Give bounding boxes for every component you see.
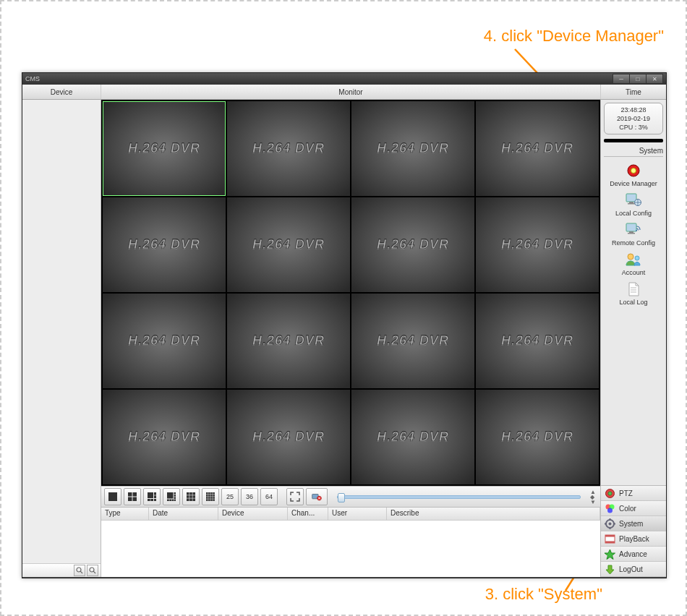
tab-color[interactable]: Color — [601, 501, 666, 516]
svg-rect-22 — [169, 500, 171, 502]
header-time: Time — [601, 85, 666, 99]
svg-rect-34 — [206, 492, 208, 495]
account-button[interactable]: Account — [601, 249, 666, 278]
svg-rect-11 — [148, 492, 153, 498]
fullscreen-button[interactable] — [286, 488, 304, 505]
layout-16-button[interactable] — [202, 488, 219, 505]
annotation-system: 3. click "System" — [485, 585, 602, 604]
tab-logout[interactable]: LogOut — [601, 562, 666, 577]
tab-advance[interactable]: Advance — [601, 547, 666, 562]
search-prev-button[interactable] — [74, 565, 85, 576]
video-channel-15[interactable]: H.264 DVR — [351, 390, 474, 484]
svg-rect-33 — [192, 498, 195, 501]
header-monitor: Monitor — [101, 85, 601, 99]
tab-playback[interactable]: PlayBack — [601, 531, 666, 547]
video-channel-2[interactable]: H.264 DVR — [227, 101, 350, 196]
svg-rect-26 — [189, 492, 192, 495]
search-next-button[interactable] — [87, 565, 98, 576]
log-col-date[interactable]: Date — [149, 508, 218, 520]
svg-rect-35 — [208, 492, 210, 495]
layout-1-button[interactable] — [104, 488, 121, 505]
svg-rect-39 — [208, 495, 210, 497]
svg-point-2 — [77, 568, 81, 572]
svg-line-3 — [80, 571, 82, 573]
video-channel-5[interactable]: H.264 DVR — [103, 197, 226, 292]
svg-rect-12 — [154, 492, 156, 495]
svg-rect-79 — [605, 535, 615, 537]
layout-36-button[interactable]: 36 — [241, 488, 258, 505]
log-col-type[interactable]: Type — [101, 508, 149, 520]
window-title: CMS — [25, 75, 40, 82]
svg-rect-21 — [167, 500, 169, 502]
svg-rect-17 — [167, 492, 174, 499]
device-tree-pane — [22, 100, 101, 577]
video-channel-10[interactable]: H.264 DVR — [227, 294, 350, 388]
local-config-button[interactable]: Local Config — [601, 189, 666, 219]
svg-point-71 — [607, 508, 613, 513]
svg-rect-29 — [189, 495, 192, 498]
svg-rect-45 — [213, 497, 215, 499]
layout-64-button[interactable]: 64 — [260, 488, 278, 505]
svg-rect-49 — [213, 499, 215, 501]
svg-point-4 — [90, 568, 94, 572]
local-config-icon — [625, 192, 642, 209]
video-channel-16[interactable]: H.264 DVR — [476, 390, 599, 484]
layout-9-button[interactable] — [182, 488, 200, 505]
svg-rect-19 — [174, 495, 176, 497]
video-channel-6[interactable]: H.264 DVR — [227, 197, 350, 292]
log-col-user[interactable]: User — [328, 508, 387, 520]
svg-rect-48 — [210, 499, 213, 501]
local-log-button[interactable]: Local Log — [601, 278, 666, 308]
log-col-channel[interactable]: Chan... — [288, 508, 328, 520]
video-channel-9[interactable]: H.264 DVR — [103, 294, 226, 388]
video-channel-12[interactable]: H.264 DVR — [476, 294, 599, 388]
video-channel-1[interactable]: H.264 DVR — [103, 101, 226, 196]
log-col-device[interactable]: Device — [218, 508, 288, 520]
svg-rect-43 — [208, 497, 210, 499]
video-channel-11[interactable]: H.264 DVR — [351, 294, 474, 388]
svg-point-61 — [636, 230, 637, 231]
close-button[interactable]: ✕ — [646, 74, 663, 84]
svg-rect-80 — [605, 541, 615, 543]
cms-application-window: CMS ─ □ ✕ Device Monitor Time — [22, 72, 667, 578]
header-device: Device — [22, 85, 101, 99]
svg-rect-9 — [128, 497, 132, 502]
svg-rect-59 — [629, 231, 633, 233]
svg-rect-20 — [174, 497, 176, 499]
video-channel-3[interactable]: H.264 DVR — [351, 101, 474, 196]
tab-system[interactable]: System — [601, 516, 666, 531]
svg-rect-27 — [192, 492, 195, 495]
svg-rect-25 — [187, 492, 189, 495]
disconnect-all-button[interactable] — [306, 488, 328, 505]
playback-icon — [605, 534, 615, 544]
account-icon — [625, 251, 642, 268]
clock-text: 23:48:28 — [606, 106, 661, 114]
maximize-button[interactable]: □ — [629, 74, 647, 84]
scroll-down-icon[interactable]: ▼ — [590, 500, 596, 505]
color-icon — [605, 503, 615, 514]
layout-8-button[interactable] — [163, 488, 180, 505]
svg-rect-7 — [128, 492, 132, 497]
layout-6-button[interactable] — [143, 488, 161, 505]
layout-25-button[interactable]: 25 — [221, 488, 239, 505]
video-channel-13[interactable]: H.264 DVR — [103, 390, 226, 484]
video-channel-4[interactable]: H.264 DVR — [476, 101, 599, 196]
volume-slider[interactable] — [337, 495, 581, 499]
device-manager-button[interactable]: Device Manager — [601, 160, 666, 189]
remote-config-button[interactable]: Remote Config — [601, 219, 666, 249]
svg-rect-38 — [206, 495, 208, 497]
video-channel-7[interactable]: H.264 DVR — [351, 197, 474, 292]
svg-rect-15 — [150, 499, 153, 501]
svg-rect-41 — [213, 495, 215, 497]
log-col-describe[interactable]: Describe — [387, 508, 600, 520]
minimize-button[interactable]: ─ — [613, 74, 630, 84]
video-channel-14[interactable]: H.264 DVR — [227, 390, 350, 484]
tab-ptz[interactable]: PTZ — [601, 486, 666, 501]
window-titlebar[interactable]: CMS ─ □ ✕ — [22, 73, 666, 85]
view-toolbar: 25 36 64 ▲ ◆ ▼ — [101, 486, 600, 508]
video-channel-8[interactable]: H.264 DVR — [476, 197, 599, 292]
svg-rect-55 — [629, 202, 633, 203]
svg-rect-6 — [108, 492, 117, 501]
layout-4-button[interactable] — [124, 488, 141, 505]
svg-rect-46 — [206, 499, 208, 501]
